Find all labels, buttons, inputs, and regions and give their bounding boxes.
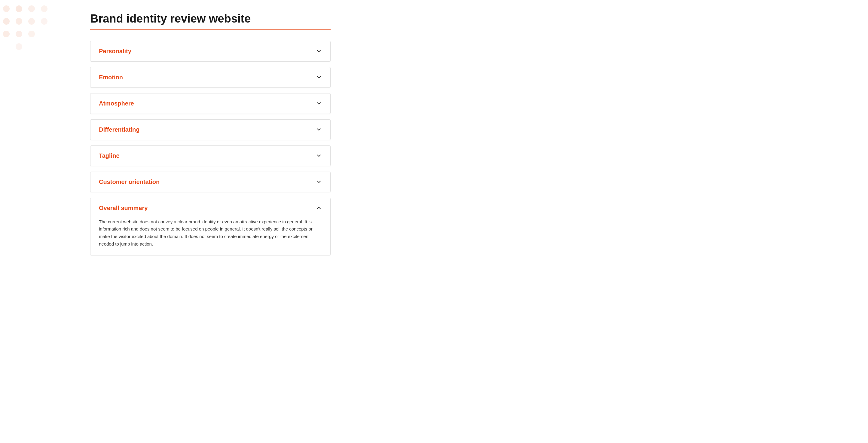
overall-summary-text: The current website does not convey a cl… xyxy=(99,218,322,248)
chevron-down-icon-customer-orientation xyxy=(316,179,322,185)
accordion-item-atmosphere: Atmosphere xyxy=(90,93,331,114)
main-content: Brand identity review website Personalit… xyxy=(78,0,349,443)
accordion-list: Personality Emotion xyxy=(90,41,331,261)
accordion-item-overall-summary: Overall summary The current website does… xyxy=(90,198,331,255)
chevron-down-icon-personality xyxy=(316,48,322,54)
page-wrapper: Brand identity review website Personalit… xyxy=(0,0,868,443)
chevron-down-icon-tagline xyxy=(316,153,322,159)
accordion-label-differentiating: Differentiating xyxy=(99,126,140,133)
accordion-header-personality[interactable]: Personality xyxy=(90,41,330,61)
accordion-header-overall-summary[interactable]: Overall summary xyxy=(90,198,330,218)
accordion-header-tagline[interactable]: Tagline xyxy=(90,146,330,166)
accordion-label-atmosphere: Atmosphere xyxy=(99,100,134,107)
accordion-item-emotion: Emotion xyxy=(90,67,331,88)
accordion-item-differentiating: Differentiating xyxy=(90,119,331,140)
chevron-down-icon-atmosphere xyxy=(316,100,322,106)
accordion-item-tagline: Tagline xyxy=(90,146,331,166)
accordion-item-customer-orientation: Customer orientation xyxy=(90,171,331,192)
accordion-body-overall-summary: The current website does not convey a cl… xyxy=(90,218,330,255)
title-underline xyxy=(90,29,331,30)
accordion-label-customer-orientation: Customer orientation xyxy=(99,179,160,185)
page-title: Brand identity review website xyxy=(90,12,331,26)
accordion-label-tagline: Tagline xyxy=(99,152,120,159)
accordion-label-overall-summary: Overall summary xyxy=(99,205,148,212)
accordion-header-atmosphere[interactable]: Atmosphere xyxy=(90,93,330,114)
accordion-header-emotion[interactable]: Emotion xyxy=(90,67,330,88)
accordion-label-emotion: Emotion xyxy=(99,74,123,81)
accordion-header-customer-orientation[interactable]: Customer orientation xyxy=(90,172,330,192)
chevron-up-icon-overall-summary xyxy=(316,205,322,211)
chevron-down-icon-differentiating xyxy=(316,127,322,132)
accordion-header-differentiating[interactable]: Differentiating xyxy=(90,120,330,140)
accordion-item-personality: Personality xyxy=(90,41,331,62)
chevron-down-icon-emotion xyxy=(316,74,322,80)
accordion-label-personality: Personality xyxy=(99,48,131,55)
